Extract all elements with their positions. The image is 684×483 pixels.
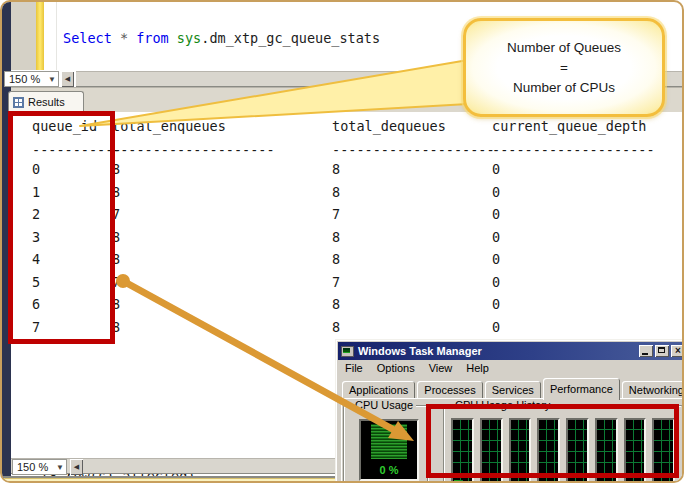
results-separator-row-cell: -------------------- xyxy=(112,142,275,158)
results-data-row-cell: 0 xyxy=(492,251,500,267)
results-grid-icon xyxy=(13,97,24,108)
results-header-row-cell: current_queue_depth xyxy=(492,118,646,134)
callout-line-3: Number of CPUs xyxy=(513,78,615,98)
cpu-usage-value: 0 % xyxy=(361,464,417,476)
tab-services[interactable]: Services xyxy=(485,381,541,398)
query-token: from xyxy=(136,30,169,46)
window-controls: × xyxy=(639,345,684,357)
editor-margin xyxy=(11,2,36,70)
tab-performance[interactable]: Performance xyxy=(543,378,620,400)
results-zoom-combo[interactable]: 150 % ▼ xyxy=(12,459,67,475)
editor-scroll-left-button[interactable]: ◀ xyxy=(61,71,74,87)
scroll-left-icon: ◀ xyxy=(74,463,79,471)
editor-zoom-value: 150 % xyxy=(9,73,40,85)
tab-applications[interactable]: Applications xyxy=(342,381,415,398)
change-tracking-strip xyxy=(36,2,44,70)
callout-line-1: Number of Queues xyxy=(507,38,621,58)
results-data-row-cell: 0 xyxy=(492,319,500,335)
results-data-row-cell: 0 xyxy=(492,274,500,290)
task-manager-title: Windows Task Manager xyxy=(358,345,482,357)
maximize-icon[interactable] xyxy=(655,345,669,357)
task-manager-menubar: FileOptionsViewHelp xyxy=(338,360,684,376)
menu-item-help[interactable]: Help xyxy=(466,362,489,374)
query-token: sys xyxy=(177,30,201,46)
dropdown-arrow-icon[interactable]: ▼ xyxy=(56,463,64,472)
query-token xyxy=(169,30,177,46)
annotation-callout: Number of Queues = Number of CPUs xyxy=(463,18,665,117)
results-data-row-cell: 7 xyxy=(332,274,340,290)
cpu-usage-gauge: 0 % xyxy=(359,419,419,481)
menu-item-options[interactable]: Options xyxy=(377,362,415,374)
menu-item-view[interactable]: View xyxy=(429,362,453,374)
results-data-row-cell: 0 xyxy=(492,206,500,222)
query-token: dm_xtp_gc_queue_stats xyxy=(209,30,380,46)
query-token xyxy=(112,30,120,46)
results-data-row-cell: 8 xyxy=(332,161,340,177)
results-scroll-left-button[interactable]: ◀ xyxy=(70,459,83,475)
query-token: * xyxy=(120,30,128,46)
tab-results[interactable]: Results xyxy=(8,91,84,112)
results-data-row-cell: 7 xyxy=(332,206,340,222)
sql-query-editor[interactable]: Select * from sys.dm_xtp_gc_queue_stats xyxy=(63,30,380,46)
editor-zoom-combo[interactable]: 150 % ▼ xyxy=(4,71,59,87)
results-data-row-cell: 8 xyxy=(332,229,340,245)
results-header-row-cell: total_dequeues xyxy=(332,118,446,134)
results-data-row-cell: 8 xyxy=(332,251,340,267)
results-data-row-cell: 8 xyxy=(332,296,340,312)
results-data-row-cell: 0 xyxy=(492,161,500,177)
results-separator-row-cell: -------------------- xyxy=(332,142,495,158)
cpu-usage-led-scale xyxy=(371,424,407,459)
menu-item-file[interactable]: File xyxy=(345,362,363,374)
close-icon[interactable]: × xyxy=(671,345,684,357)
task-manager-titlebar[interactable]: Windows Task Manager × xyxy=(338,342,684,360)
results-data-row-cell: 8 xyxy=(332,184,340,200)
cpu-history-highlight-box xyxy=(426,404,679,478)
dropdown-arrow-icon[interactable]: ▼ xyxy=(48,75,56,84)
results-header-row-cell: total_enqueues xyxy=(112,118,226,134)
queue-id-highlight-box xyxy=(8,111,115,344)
results-separator-row-cell: -------------------- xyxy=(492,142,655,158)
task-manager-tabs: ApplicationsProcessesServicesPerformance… xyxy=(338,376,684,398)
results-data-row-cell: 0 xyxy=(492,229,500,245)
results-zoom-value: 150 % xyxy=(17,461,48,473)
screenshot-frame: Select * from sys.dm_xtp_gc_queue_stats … xyxy=(0,0,684,483)
margin-divider xyxy=(56,2,57,70)
cpu-usage-label: CPU Usage xyxy=(352,399,416,411)
results-data-row-cell: 8 xyxy=(332,319,340,335)
tab-processes[interactable]: Processes xyxy=(417,381,482,398)
callout-line-2: = xyxy=(560,58,568,78)
minimize-icon[interactable] xyxy=(639,345,653,357)
query-token: Select xyxy=(63,30,112,46)
query-token xyxy=(128,30,136,46)
results-data-row-cell: 0 xyxy=(492,184,500,200)
results-data-row-cell: 0 xyxy=(492,296,500,312)
cpu-usage-group: CPU Usage 0 % xyxy=(343,405,428,483)
results-tab-label: Results xyxy=(28,96,65,108)
task-manager-icon xyxy=(341,346,354,357)
scroll-left-icon: ◀ xyxy=(65,75,70,83)
tab-networking[interactable]: Networking xyxy=(622,381,684,398)
